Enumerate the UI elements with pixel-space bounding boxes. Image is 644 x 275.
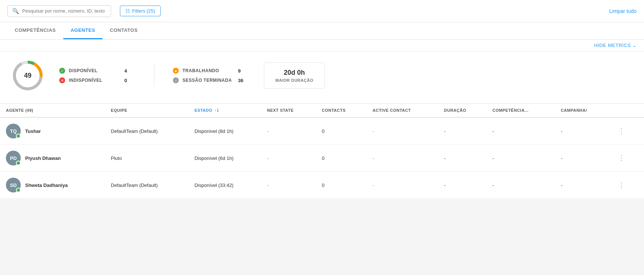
agent-campanha: - bbox=[555, 145, 609, 172]
agent-estado: Disponível (8d 1h) bbox=[188, 117, 261, 145]
donut-center-value: 49 bbox=[24, 72, 31, 80]
agent-next-state: - bbox=[261, 145, 316, 172]
avatar: PD bbox=[6, 151, 21, 165]
agent-cell: SD Shweta Dadhaniya bbox=[6, 178, 99, 192]
stat-indisponivel: ✕ INDISPONÍVEL 0 bbox=[59, 77, 135, 83]
donut-chart: 49 bbox=[11, 59, 44, 92]
col-competencia: COMPETÊNCIA... bbox=[487, 104, 555, 117]
agent-next-state: - bbox=[261, 172, 316, 199]
clear-all-button[interactable]: Limpar tudo bbox=[609, 8, 637, 14]
tab-agentes[interactable]: AGENTES bbox=[63, 22, 103, 39]
col-actions bbox=[609, 104, 644, 117]
agent-campanha: - bbox=[555, 117, 609, 145]
search-input[interactable] bbox=[22, 8, 106, 14]
agent-competencia: - bbox=[487, 117, 555, 145]
stat-sessao: ○ SESSÃO TERMINADA 36 bbox=[173, 77, 249, 83]
disponivel-icon: ✓ bbox=[59, 68, 65, 74]
avatar-badge bbox=[16, 188, 21, 192]
agent-team: DefaultTeam (Default) bbox=[105, 117, 189, 145]
agent-contacts: 0 bbox=[316, 117, 367, 145]
col-agente: AGENTE (49) bbox=[0, 104, 105, 117]
filter-button[interactable]: ☷ Filters (25) bbox=[120, 6, 161, 16]
agent-team: DefaultTeam (Default) bbox=[105, 172, 189, 199]
filter-label: Filters (25) bbox=[132, 8, 155, 14]
metrics-stats-left: ✓ DISPONÍVEL 4 ✕ INDISPONÍVEL 0 bbox=[59, 68, 135, 83]
sessao-label: SESSÃO TERMINADA bbox=[182, 78, 234, 83]
sort-icon: ↑1 bbox=[215, 108, 219, 113]
agent-team: Pluto bbox=[105, 145, 189, 172]
agent-next-state: - bbox=[261, 117, 316, 145]
table-row: PD Piyush Dhawan Pluto Disponível (6d 1h… bbox=[0, 145, 644, 172]
agent-contacts: 0 bbox=[316, 145, 367, 172]
sessao-value: 36 bbox=[238, 78, 249, 83]
col-duracao: DURAÇÃO bbox=[438, 104, 487, 117]
table-header-row: AGENTE (49) EQUIPE ESTADO ↑1 NEXT STATE … bbox=[0, 104, 644, 117]
agent-campanha: - bbox=[555, 172, 609, 199]
table-row: SD Shweta Dadhaniya DefaultTeam (Default… bbox=[0, 172, 644, 199]
indisponivel-value: 0 bbox=[124, 78, 135, 83]
hide-metrics-label: HIDE METRICS bbox=[594, 43, 631, 48]
agent-active-contact: - bbox=[367, 117, 438, 145]
metrics-header: HIDE METRICS ⌄ bbox=[0, 40, 644, 51]
agent-duracao: - bbox=[438, 172, 487, 199]
agent-duracao: - bbox=[438, 117, 487, 145]
agent-cell: PD Piyush Dhawan bbox=[6, 151, 99, 165]
disponivel-value: 4 bbox=[124, 68, 135, 74]
avatar-badge bbox=[16, 161, 21, 165]
agent-name: Tushar bbox=[25, 128, 41, 134]
metrics-section: 49 ✓ DISPONÍVEL 4 ✕ INDISPONÍVEL 0 ● TRA… bbox=[0, 51, 644, 104]
agent-competencia: - bbox=[487, 145, 555, 172]
agent-estado: Disponível (6d 1h) bbox=[188, 145, 261, 172]
col-equipe: EQUIPE bbox=[105, 104, 189, 117]
stat-disponivel: ✓ DISPONÍVEL 4 bbox=[59, 68, 135, 74]
avatar: TQ bbox=[6, 124, 21, 138]
top-bar: 🔍 ☷ Filters (25) Limpar tudo bbox=[0, 0, 644, 22]
duration-box: 20d 0h MAIOR DURAÇÃO bbox=[264, 63, 325, 89]
avatar-badge bbox=[16, 134, 21, 138]
tab-competencias[interactable]: COMPETÊNCIAS bbox=[7, 22, 63, 39]
agent-duracao: - bbox=[438, 145, 487, 172]
hide-metrics-button[interactable]: HIDE METRICS ⌄ bbox=[594, 43, 637, 48]
agent-active-contact: - bbox=[367, 145, 438, 172]
metrics-divider bbox=[154, 64, 154, 87]
col-next-state: NEXT STATE bbox=[261, 104, 316, 117]
indisponivel-label: INDISPONÍVEL bbox=[69, 78, 121, 83]
agent-cell: TQ Tushar bbox=[6, 124, 99, 138]
col-campanha: CAMPANHA/ bbox=[555, 104, 609, 117]
agent-name: Piyush Dhawan bbox=[25, 155, 61, 161]
sessao-icon: ○ bbox=[173, 77, 179, 83]
col-estado[interactable]: ESTADO ↑1 bbox=[188, 104, 261, 117]
duration-time: 20d 0h bbox=[275, 69, 313, 77]
agent-contacts: 0 bbox=[316, 172, 367, 199]
tabs-bar: COMPETÊNCIAS AGENTES CONTATOS bbox=[0, 22, 644, 40]
stat-trabalhando: ● TRABALHANDO 9 bbox=[173, 68, 249, 74]
trabalhando-icon: ● bbox=[173, 68, 179, 74]
col-active-contact: ACTIVE CONTACT bbox=[367, 104, 438, 117]
agents-table: AGENTE (49) EQUIPE ESTADO ↑1 NEXT STATE … bbox=[0, 104, 644, 199]
agent-competencia: - bbox=[487, 172, 555, 199]
disponivel-label: DISPONÍVEL bbox=[69, 68, 121, 73]
filter-icon: ☷ bbox=[125, 8, 130, 14]
search-container: 🔍 bbox=[7, 5, 111, 17]
indisponivel-icon: ✕ bbox=[59, 77, 65, 83]
avatar: SD bbox=[6, 178, 21, 192]
row-menu-button[interactable]: ⋮ bbox=[615, 180, 628, 191]
agent-estado: Disponível (33:42) bbox=[188, 172, 261, 199]
trabalhando-label: TRABALHANDO bbox=[182, 68, 234, 73]
row-menu-button[interactable]: ⋮ bbox=[615, 125, 628, 137]
trabalhando-value: 9 bbox=[238, 68, 249, 74]
chevron-down-icon: ⌄ bbox=[633, 43, 637, 48]
table-row: TQ Tushar DefaultTeam (Default) Disponív… bbox=[0, 117, 644, 145]
agent-active-contact: - bbox=[367, 172, 438, 199]
agent-name: Shweta Dadhaniya bbox=[25, 182, 68, 188]
tab-contatos[interactable]: CONTATOS bbox=[103, 22, 145, 39]
duration-label: MAIOR DURAÇÃO bbox=[275, 78, 313, 83]
row-menu-button[interactable]: ⋮ bbox=[615, 152, 628, 164]
search-icon: 🔍 bbox=[12, 8, 19, 14]
col-contacts: CONTACTS bbox=[316, 104, 367, 117]
metrics-stats-right: ● TRABALHANDO 9 ○ SESSÃO TERMINADA 36 bbox=[173, 68, 249, 83]
